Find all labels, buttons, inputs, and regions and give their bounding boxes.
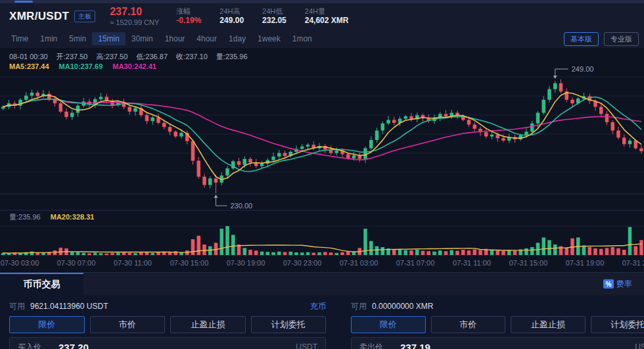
volume-legend: 量:235.96 MA20:328.31 — [9, 212, 94, 222]
sell-panel: 可用 0.00000000 XMR 限价市价止盈止损计划委托 卖出价 237.1… — [351, 295, 644, 349]
chart-toolbar: Time1min5min15min30min1hour4hour1day1wee… — [0, 30, 644, 48]
fee-rate-label: 费率 — [616, 279, 632, 290]
interval-4hour[interactable]: 4hour — [191, 32, 223, 45]
order-type-市价[interactable]: 市价 — [90, 316, 166, 333]
candle-low: 低:236.87 — [136, 53, 168, 60]
sell-order-types: 限价市价止盈止损计划委托 — [351, 316, 644, 333]
stat-low: 24H低 232.05 — [262, 7, 287, 26]
interval-5min[interactable]: 5min — [63, 32, 92, 45]
high-value: 249.00 — [219, 16, 244, 26]
interval-1hour[interactable]: 1hour — [159, 32, 191, 45]
vol-ma20: MA20:328.31 — [51, 213, 95, 221]
svg-text:07-31 07:00: 07-31 07:00 — [396, 259, 435, 267]
candle-vol: 量:235.96 — [216, 53, 248, 60]
sell-price-input[interactable]: 卖出价 237.19 USDT — [351, 337, 644, 349]
interval-1day[interactable]: 1day — [223, 32, 252, 45]
percent-icon: % — [603, 279, 614, 289]
candle-high: 高:237.50 — [97, 53, 128, 60]
deposit-link[interactable]: 充币 — [310, 301, 326, 312]
stat-volume: 24H量 24,602 XMR — [305, 7, 349, 26]
svg-text:07-31 15:00: 07-31 15:00 — [509, 259, 548, 267]
buy-price-input[interactable]: 买入价 237.20 USDT — [9, 337, 326, 349]
svg-text:07-30 15:00: 07-30 15:00 — [170, 259, 209, 267]
svg-text:07-30 11:00: 07-30 11:00 — [114, 259, 152, 267]
order-type-止盈止损[interactable]: 止盈止损 — [511, 316, 586, 333]
pair-title: XMR/USDT — [9, 10, 69, 23]
order-type-计划委托[interactable]: 计划委托 — [591, 316, 644, 333]
svg-text:07-31 03:00: 07-31 03:00 — [340, 259, 379, 267]
buy-available-row: 可用 9621.04113960 USDT 充币 — [9, 298, 326, 314]
candlestick-svg[interactable]: 07-30 03:0007-30 07:0007-30 11:0007-30 1… — [0, 48, 644, 272]
svg-text:249.00: 249.00 — [572, 65, 594, 73]
stats: 涨幅 -0.19% 24H高 249.00 24H低 232.05 24H量 2… — [176, 7, 348, 26]
stat-change: 涨幅 -0.19% — [176, 7, 201, 26]
fee-rate[interactable]: % 费率 — [603, 273, 632, 295]
volume-value: 24,602 XMR — [305, 16, 349, 26]
svg-text:230.00: 230.00 — [231, 202, 253, 210]
change-value: -0.19% — [176, 16, 201, 26]
basic-version-button[interactable]: 基本版 — [564, 32, 599, 46]
ma10-legend: MA10:237.69 — [59, 62, 103, 70]
buy-price-value: 237.20 — [58, 342, 89, 349]
svg-text:07-30 19:00: 07-30 19:00 — [227, 259, 265, 267]
price-block: 237.10 ≈ 1520.99 CNY — [110, 6, 159, 26]
sell-available-value: 0.00000000 XMR — [372, 302, 433, 311]
interval-30min[interactable]: 30min — [126, 32, 159, 45]
interval-15min[interactable]: 15min — [92, 32, 126, 45]
order-type-限价[interactable]: 限价 — [9, 316, 85, 333]
ma30-legend: MA30:242.41 — [112, 62, 156, 70]
order-type-计划委托[interactable]: 计划委托 — [251, 316, 327, 333]
tab-spot-trading[interactable]: 币币交易 — [0, 273, 83, 295]
buy-available-value: 9621.04113960 USDT — [30, 302, 108, 311]
interval-1week[interactable]: 1week — [252, 32, 287, 45]
svg-text:07-30 03:00: 07-30 03:00 — [1, 259, 39, 267]
trade-tab-bar: 币币交易 % 费率 — [0, 273, 644, 295]
interval-1min[interactable]: 1min — [34, 32, 63, 45]
fiat-price: ≈ 1520.99 CNY — [110, 18, 159, 27]
candle-close: 收:237.10 — [176, 53, 208, 60]
interval-1mon[interactable]: 1mon — [287, 32, 318, 45]
trade-body: 可用 9621.04113960 USDT 充币 限价市价止盈止损计划委托 买入… — [0, 295, 644, 349]
order-type-止盈止损[interactable]: 止盈止损 — [170, 316, 246, 333]
svg-text:07-30 07:00: 07-30 07:00 — [57, 259, 96, 267]
interval-time[interactable]: Time — [5, 32, 34, 45]
svg-text:07-31 19:00: 07-31 19:00 — [566, 259, 605, 267]
ma5-legend: MA5:237.44 — [9, 62, 49, 70]
board-badge: 主板 — [74, 11, 95, 22]
scroll-thumb[interactable] — [14, 1, 33, 3]
order-type-市价[interactable]: 市价 — [431, 316, 506, 333]
interval-tabs: Time1min5min15min30min1hour4hour1day1wee… — [5, 32, 318, 45]
candle-open: 开:237.50 — [57, 53, 88, 60]
svg-text:07-31 23:00: 07-31 23:00 — [622, 259, 644, 267]
vol-value: 量:235.96 — [9, 213, 41, 221]
top-scroll-strip[interactable] — [0, 0, 644, 3]
svg-text:07-31 11:00: 07-31 11:00 — [453, 259, 491, 267]
last-price: 237.10 — [110, 6, 159, 18]
ohlc-legend: 08-01 00:30 开:237.50 高:237.50 低:236.87 收… — [9, 52, 254, 62]
stat-high: 24H高 249.00 — [219, 7, 244, 26]
ma-legend: MA5:237.44 MA10:237.69 MA30:242.41 — [9, 62, 164, 70]
market-header: XMR/USDT 主板 237.10 ≈ 1520.99 CNY 涨幅 -0.1… — [0, 3, 644, 30]
candle-time: 08-01 00:30 — [9, 53, 48, 60]
pro-version-button[interactable]: 专业版 — [604, 32, 639, 46]
buy-order-types: 限价市价止盈止损计划委托 — [9, 316, 326, 333]
sell-available-row: 可用 0.00000000 XMR — [351, 298, 644, 314]
buy-panel: 可用 9621.04113960 USDT 充币 限价市价止盈止损计划委托 买入… — [9, 295, 326, 349]
kline-chart[interactable]: 08-01 00:30 开:237.50 高:237.50 低:236.87 收… — [0, 48, 644, 272]
svg-text:07-30 23:00: 07-30 23:00 — [283, 259, 322, 267]
trade-section: 币币交易 % 费率 可用 9621.04113960 USDT 充币 限价市价止… — [0, 272, 644, 349]
sell-price-value: 237.19 — [400, 342, 430, 349]
order-type-限价[interactable]: 限价 — [351, 316, 426, 333]
low-value: 232.05 — [262, 16, 287, 26]
